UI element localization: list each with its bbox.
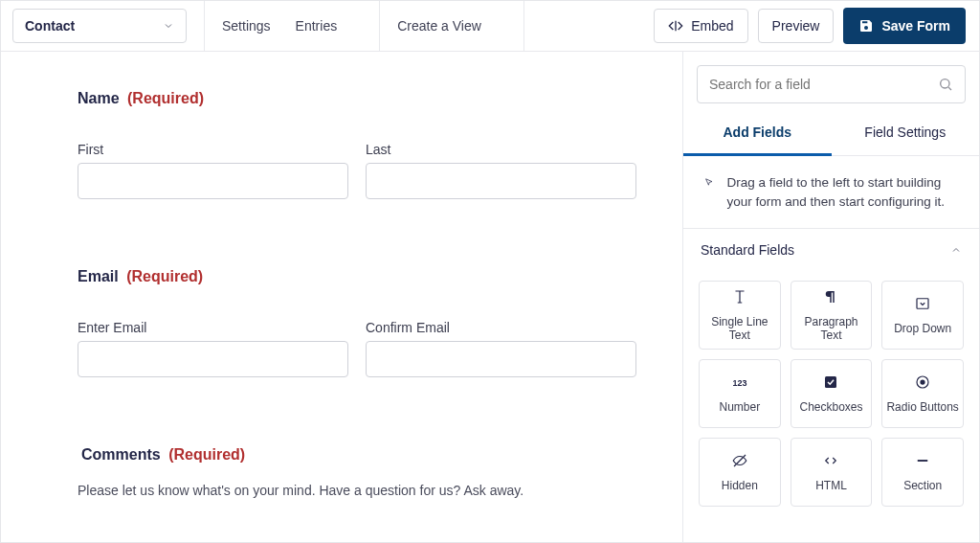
confirm-email-input[interactable]: [366, 341, 636, 377]
save-button[interactable]: Save Form: [843, 8, 966, 44]
field-chip-text[interactable]: Single Line Text: [699, 281, 781, 350]
form-selector[interactable]: Contact: [12, 9, 187, 43]
field-chip-section[interactable]: Section: [881, 438, 964, 507]
field-chip-paragraph[interactable]: Paragraph Text: [791, 281, 873, 350]
dropdown-icon: [914, 295, 931, 312]
first-name-input[interactable]: [78, 163, 348, 199]
save-icon: [858, 18, 874, 34]
nav-entries[interactable]: Entries: [296, 18, 338, 34]
cursor-icon: [704, 173, 714, 191]
text-icon: [731, 288, 748, 305]
divider: [379, 1, 380, 52]
chip-label: Hidden: [722, 479, 758, 492]
field-chip-checkbox[interactable]: Checkboxes: [791, 359, 873, 428]
chevron-up-icon: [950, 244, 962, 256]
field-email[interactable]: Email (Required) Enter Email Confirm Ema…: [78, 268, 636, 377]
field-chip-dropdown[interactable]: Drop Down: [881, 281, 964, 350]
last-name-input[interactable]: [366, 163, 636, 199]
search-icon: [938, 77, 953, 92]
field-chip-hidden[interactable]: Hidden: [699, 438, 781, 507]
subfield-label: Confirm Email: [366, 320, 636, 335]
chevron-down-icon: [163, 20, 174, 32]
field-description: Please let us know what's on your mind. …: [78, 483, 636, 498]
radio-icon: [914, 373, 931, 391]
subfield-label: First: [78, 142, 348, 157]
preview-button[interactable]: Preview: [758, 9, 835, 43]
field-chip-number[interactable]: 123Number: [699, 359, 781, 428]
tab-add-fields[interactable]: Add Fields: [683, 109, 832, 156]
sidebar: Add Fields Field Settings Drag a field t…: [682, 52, 979, 542]
top-bar: Contact Settings Entries Create a View E…: [1, 1, 979, 52]
drag-hint: Drag a field to the left to start buildi…: [683, 156, 979, 229]
chip-label: Paragraph Text: [795, 315, 868, 342]
subfield-label: Last: [366, 142, 636, 157]
code-icon: [668, 18, 683, 34]
field-chip-radio[interactable]: Radio Buttons: [881, 359, 964, 428]
svg-line-2: [948, 87, 951, 90]
subfield-label: Enter Email: [78, 320, 348, 335]
required-indicator: (Required): [168, 446, 245, 463]
svg-rect-3: [917, 299, 928, 309]
field-comments[interactable]: Comments (Required) Please let us know w…: [78, 446, 636, 498]
html-icon: [822, 452, 839, 469]
checkbox-icon: [822, 373, 839, 391]
chip-label: Section: [903, 479, 942, 492]
chip-label: Radio Buttons: [886, 400, 958, 414]
chip-label: Number: [719, 400, 760, 414]
svg-text:123: 123: [732, 378, 746, 388]
hidden-icon: [731, 452, 748, 469]
svg-point-7: [921, 380, 925, 385]
chip-label: HTML: [815, 479, 847, 492]
nav-create-view[interactable]: Create a View: [397, 18, 481, 34]
field-label: Comments: [81, 446, 161, 463]
chip-label: Single Line Text: [703, 315, 776, 342]
svg-point-1: [941, 79, 949, 88]
field-label: Name: [78, 90, 120, 106]
divider: [523, 1, 524, 52]
svg-rect-5: [825, 376, 836, 388]
required-indicator: (Required): [127, 90, 204, 106]
section-icon: [914, 452, 931, 469]
field-name[interactable]: Name (Required) First Last: [78, 90, 636, 199]
enter-email-input[interactable]: [78, 341, 348, 377]
paragraph-icon: [822, 288, 839, 305]
tab-field-settings[interactable]: Field Settings: [832, 109, 980, 155]
field-label: Email: [78, 268, 119, 284]
form-canvas: Name (Required) First Last Email (Requir…: [1, 52, 682, 542]
standard-fields-header[interactable]: Standard Fields: [683, 229, 979, 271]
field-chip-html[interactable]: HTML: [791, 438, 873, 507]
nav-settings[interactable]: Settings: [222, 18, 271, 34]
search-field-box[interactable]: [697, 65, 966, 103]
chip-label: Checkboxes: [799, 400, 862, 414]
search-input[interactable]: [709, 77, 930, 92]
required-indicator: (Required): [126, 268, 203, 284]
form-selector-label: Contact: [25, 18, 75, 34]
divider: [204, 1, 205, 52]
number-icon: 123: [731, 373, 748, 391]
chip-label: Drop Down: [894, 322, 951, 335]
embed-button[interactable]: Embed: [654, 9, 747, 43]
